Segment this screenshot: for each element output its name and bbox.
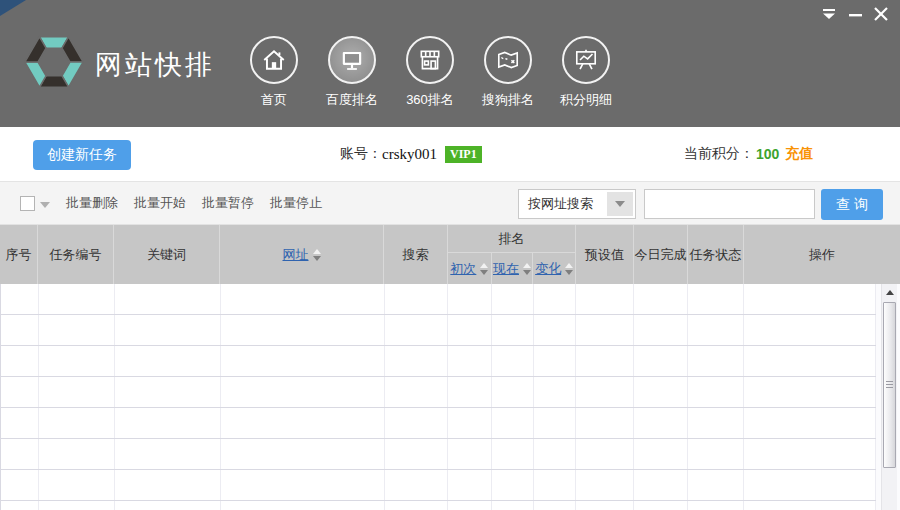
table-cell [534,284,576,314]
table-cell [385,284,449,314]
table-cell [634,408,688,438]
table-cell [221,408,385,438]
sort-url-link[interactable]: 网址 [283,246,309,264]
app-logo-icon [24,32,84,92]
table-cell [744,346,876,376]
rank-group-label: 排名 [448,225,575,253]
table-cell [39,315,115,345]
table-cell [1,408,39,438]
table-cell [1,439,39,469]
table-cell [385,346,449,376]
scrollbar-up-button[interactable] [882,284,898,300]
table-cell [576,439,634,469]
table-row [1,408,876,439]
search-type-select[interactable]: 按网址搜索 [518,189,636,219]
table-cell [39,346,115,376]
table-cell [385,377,449,407]
window-controls [816,4,894,24]
home-icon [250,36,298,84]
table-cell [688,408,744,438]
table-cell [744,408,876,438]
nav-label: 积分明细 [560,91,612,109]
table-cell [385,315,449,345]
sort-rank-now-link[interactable]: 现在 [493,260,519,278]
nav-item-sogou-rank[interactable]: 搜狗排名 [469,36,547,109]
search-input[interactable] [644,189,815,219]
batch-start-button[interactable]: 批量开始 [134,194,186,212]
sort-icon [480,263,488,275]
recharge-link[interactable]: 充值 [785,145,813,163]
table-cell [115,439,221,469]
nav-item-360-rank[interactable]: 360排名 [391,36,469,109]
account-info: 账号： crsky001 VIP1 [340,127,482,181]
collapse-to-tray-button[interactable] [816,4,842,24]
table-cell [576,346,634,376]
presentation-chart-icon [562,36,610,84]
account-value: crsky001 [382,146,437,163]
nav-label: 首页 [261,91,287,109]
table-cell [576,284,634,314]
table-cell [576,408,634,438]
table-cell [576,315,634,345]
table-cell [534,377,576,407]
table-cell [576,377,634,407]
batch-delete-button[interactable]: 批量删除 [66,194,118,212]
points-label: 当前积分： [684,145,754,163]
table-cell [688,346,744,376]
table-cell [39,470,115,500]
table-cell [492,439,534,469]
select-all-checkbox[interactable] [20,196,35,211]
table-cell [534,346,576,376]
sort-rank-first-link[interactable]: 初次 [450,260,476,278]
col-header-keyword: 关键词 [114,225,220,284]
table-cell [448,284,492,314]
sort-rank-change-link[interactable]: 变化 [535,260,561,278]
table-cell [115,501,221,510]
query-button[interactable]: 查 询 [821,189,883,220]
table-cell [385,439,449,469]
table-cell [221,284,385,314]
table-row [1,439,876,470]
table-cell [39,408,115,438]
account-label: 账号： [340,145,382,163]
close-button[interactable] [868,4,894,24]
minimize-button[interactable] [842,4,868,24]
nav-item-points-detail[interactable]: 积分明细 [547,36,625,109]
table-cell [115,377,221,407]
col-header-actions: 操作 [744,225,900,284]
table-cell [634,501,688,510]
table-cell [634,439,688,469]
batch-pause-button[interactable]: 批量暂停 [202,194,254,212]
scrollbar-thumb[interactable] [883,302,896,468]
table-cell [744,315,876,345]
select-all-caret-icon[interactable] [40,202,50,208]
map-icon [484,36,532,84]
col-header-rank-now: 现在 [492,253,534,284]
table-cell [534,315,576,345]
table-cell [221,439,385,469]
table-cell [688,470,744,500]
toolbar: 批量删除 批量开始 批量暂停 批量停止 按网址搜索 查 询 [0,182,900,225]
table-cell [115,408,221,438]
table-cell [221,346,385,376]
table-cell [448,346,492,376]
table-row [1,315,876,346]
table-cell [39,284,115,314]
table-cell [1,501,39,510]
nav-label: 搜狗排名 [482,91,534,109]
batch-buttons: 批量删除 批量开始 批量暂停 批量停止 [66,182,322,224]
scrollbar-grip-icon [886,381,893,389]
storefront-icon [406,36,454,84]
table-cell [1,470,39,500]
batch-stop-button[interactable]: 批量停止 [270,194,322,212]
table-cell [39,501,115,510]
scrollbar[interactable] [881,284,897,510]
col-header-rank-group: 排名 初次 现在 变化 [448,225,576,284]
chevron-down-icon[interactable] [607,192,633,216]
create-new-task-button[interactable]: 创建新任务 [33,140,131,170]
table-cell [534,470,576,500]
table-cell [221,377,385,407]
nav-item-baidu-rank[interactable]: 百度排名 [313,36,391,109]
table-cell [534,501,576,510]
nav-item-home[interactable]: 首页 [235,36,313,109]
